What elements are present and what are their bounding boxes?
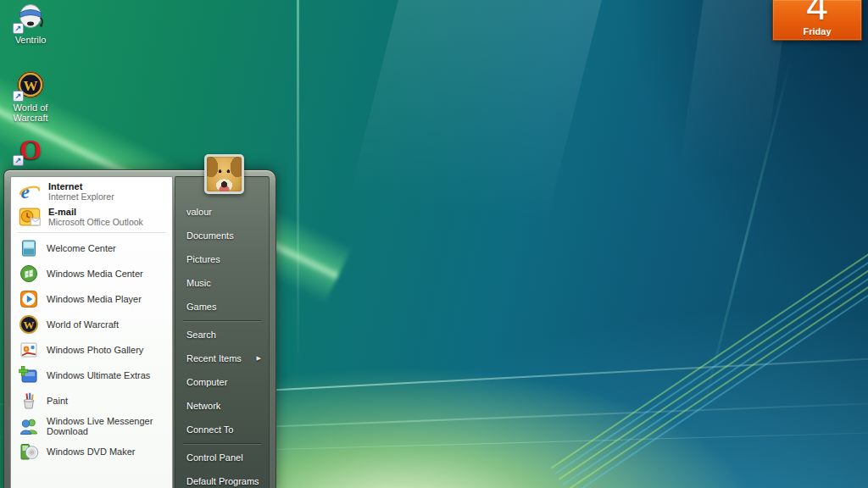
outlook-icon [18, 205, 42, 229]
startmenu-item-search[interactable]: Search [175, 323, 269, 347]
startmenu-item-pictures[interactable]: Pictures [175, 247, 269, 271]
start-menu-programs-panel: e Internet Internet Explorer E-mail Micr… [10, 176, 173, 488]
desktop-icon-label: Ventrilo [0, 35, 63, 45]
svg-text:W: W [24, 319, 35, 331]
item-label: Welcome Center [47, 243, 116, 253]
item-label: Windows Photo Gallery [47, 345, 143, 355]
photo-gallery-icon [19, 340, 39, 360]
startmenu-item-control-panel[interactable]: Control Panel [175, 446, 269, 469]
desktop-icon-opera[interactable]: O ↗ [0, 134, 63, 167]
wallpaper-streak [297, 0, 299, 364]
startmenu-item-windows-ultimate-extras[interactable]: Windows Ultimate Extras [11, 363, 172, 388]
desktop-icon-label: World of Warcraft [0, 103, 63, 123]
item-subtitle: Internet Explorer [48, 191, 114, 202]
ultimate-extras-icon [19, 365, 39, 385]
opera-icon: O ↗ [15, 134, 46, 164]
item-label: Paint [47, 396, 68, 406]
shortcut-arrow-icon: ↗ [13, 91, 24, 102]
startmenu-item-email[interactable]: E-mail Microsoft Office Outlook [11, 204, 172, 230]
startmenu-item-internet[interactable]: e Internet Internet Explorer [11, 179, 172, 204]
startmenu-item-windows-media-player[interactable]: Windows Media Player [11, 286, 172, 312]
item-label: Recent Items [186, 353, 242, 363]
paint-icon [19, 391, 39, 411]
startmenu-item-network[interactable]: Network [175, 394, 269, 418]
item-label: Windows Media Player [47, 294, 142, 304]
start-menu: e Internet Internet Explorer E-mail Micr… [3, 169, 276, 488]
startmenu-item-welcome-center[interactable]: Welcome Center [11, 236, 172, 261]
username-label: valour [175, 200, 269, 224]
user-avatar[interactable] [204, 154, 244, 194]
separator [183, 320, 261, 321]
item-label: Windows DVD Maker [47, 446, 136, 457]
startmenu-item-music[interactable]: Music [175, 271, 269, 295]
item-label: World of Warcraft [47, 319, 119, 330]
wallpaper-ribbon [551, 230, 868, 488]
dvd-maker-icon [19, 441, 39, 462]
item-title: Internet [48, 181, 114, 191]
startmenu-item-connect-to[interactable]: Connect To [175, 418, 269, 441]
startmenu-item-documents[interactable]: Documents [175, 224, 269, 247]
startmenu-item-windows-media-center[interactable]: Windows Media Center [11, 261, 172, 286]
item-title: E-mail [48, 207, 143, 217]
messenger-icon [19, 416, 39, 436]
desktop-icon-world-of-warcraft[interactable]: W ↗ World of Warcraft [0, 69, 63, 123]
startmenu-item-windows-dvd-maker[interactable]: Windows DVD Maker [11, 439, 172, 464]
svg-text:W: W [24, 78, 38, 94]
calendar-day-number: 4 [773, 0, 861, 23]
shortcut-arrow-icon: ↗ [13, 155, 24, 166]
separator [183, 443, 261, 444]
world-of-warcraft-icon: W [19, 314, 39, 335]
ventrilo-icon: ↗ [15, 2, 46, 32]
desktop-icon-ventrilo[interactable]: ↗ Ventrilo [0, 2, 63, 45]
media-center-icon [19, 263, 39, 284]
shortcut-arrow-icon: ↗ [13, 23, 24, 34]
calendar-day-name: Friday [773, 25, 861, 37]
startmenu-item-default-programs[interactable]: Default Programs [175, 469, 269, 488]
startmenu-item-world-of-warcraft[interactable]: W World of Warcraft [11, 312, 172, 337]
wallpaper-light-shaft [325, 0, 609, 297]
startmenu-item-recent-items[interactable]: Recent Items ▶ [175, 347, 269, 370]
startmenu-item-computer[interactable]: Computer [175, 370, 269, 394]
start-menu-places-panel: valour Documents Pictures Music Games Se… [175, 176, 270, 488]
separator [18, 232, 165, 233]
startmenu-item-windows-photo-gallery[interactable]: Windows Photo Gallery [11, 337, 172, 363]
startmenu-item-paint[interactable]: Paint [11, 388, 172, 413]
item-subtitle: Microsoft Office Outlook [48, 217, 143, 227]
startmenu-item-games[interactable]: Games [175, 295, 269, 319]
welcome-center-icon [19, 238, 39, 258]
item-label: Windows Ultimate Extras [47, 370, 150, 380]
submenu-arrow-icon: ▶ [257, 347, 261, 370]
media-player-icon [19, 289, 39, 309]
item-label: Windows Live Messenger Download [47, 416, 169, 436]
calendar-gadget[interactable]: 4 Friday [772, 0, 862, 41]
startmenu-item-windows-live-messenger-download[interactable]: Windows Live Messenger Download [11, 413, 172, 439]
internet-explorer-icon: e [18, 180, 42, 203]
world-of-warcraft-icon: W ↗ [15, 69, 46, 100]
item-label: Windows Media Center [47, 269, 143, 279]
desktop: ↗ Ventrilo W ↗ World of Warcraft O ↗ 4 F… [0, 0, 868, 488]
